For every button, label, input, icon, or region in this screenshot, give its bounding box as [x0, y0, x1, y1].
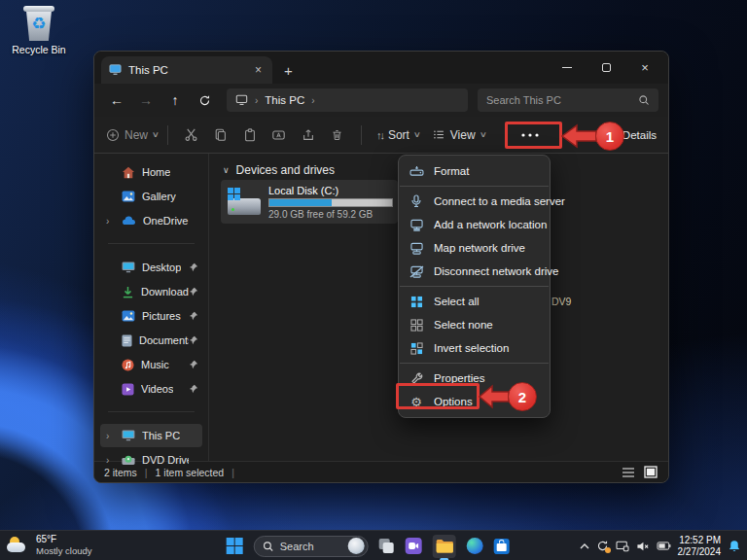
- sidebar-item-this-pc[interactable]: › This PC: [100, 424, 202, 447]
- select-none-icon: [409, 319, 424, 332]
- new-tab-button[interactable]: +: [284, 62, 293, 79]
- videos-icon: [122, 383, 134, 396]
- chevron-down-icon: ∨: [152, 130, 160, 139]
- maximize-button[interactable]: [587, 53, 625, 81]
- thumbnail-view-toggle[interactable]: [642, 465, 658, 479]
- chat-button[interactable]: [406, 538, 422, 554]
- forward-button[interactable]: →: [133, 88, 159, 112]
- sidebar-item-pictures[interactable]: Pictures: [100, 304, 202, 328]
- back-button[interactable]: ←: [104, 88, 129, 112]
- widgets-weather-button[interactable]: 65°F Mostly cloudy: [7, 534, 92, 556]
- taskbar-search-box[interactable]: Search: [254, 536, 369, 557]
- start-button[interactable]: [227, 538, 243, 554]
- pin-icon: [189, 262, 198, 272]
- menu-item-connect-media-server[interactable]: Connect to a media server: [399, 190, 550, 213]
- this-pc-icon: [122, 430, 135, 441]
- sidebar-item-onedrive[interactable]: › OneDrive - Pers: [100, 209, 202, 232]
- sidebar-item-home[interactable]: Home: [100, 160, 202, 184]
- weather-cloud-icon: [7, 537, 30, 554]
- breadcrumb-location[interactable]: This PC: [265, 94, 304, 106]
- menu-item-select-none[interactable]: Select none: [399, 313, 550, 336]
- share-button[interactable]: [294, 122, 323, 148]
- chevron-right-icon[interactable]: ›: [106, 216, 109, 227]
- home-icon: [122, 166, 135, 179]
- chevron-down-icon: ∨: [479, 130, 486, 139]
- chevron-down-icon: ∨: [413, 130, 421, 139]
- breadcrumb-chevron-icon[interactable]: ›: [311, 95, 314, 106]
- pin-icon: [189, 287, 198, 297]
- microsoft-store-button[interactable]: [494, 539, 510, 554]
- task-view-button[interactable]: [379, 539, 395, 554]
- map-network-drive-icon: [409, 242, 424, 255]
- up-button[interactable]: ↑: [162, 88, 188, 112]
- menu-item-format[interactable]: Format: [399, 159, 550, 183]
- annotation-arrow-1: [561, 123, 597, 149]
- copy-button[interactable]: [206, 122, 235, 148]
- drive-item-local-disk-c[interactable]: Local Disk (C:) 29.0 GB free of 59.2 GB: [221, 180, 398, 224]
- tab-close-icon[interactable]: ×: [252, 63, 265, 77]
- onedrive-cloud-icon: [122, 216, 136, 226]
- sidebar-item-dvd-drive[interactable]: › DVD Drive (D:) C: [100, 448, 202, 472]
- rename-button[interactable]: [265, 122, 294, 148]
- clock[interactable]: 12:52 PM 2/27/2024: [678, 535, 722, 558]
- sidebar-item-music[interactable]: Music: [100, 353, 202, 376]
- menu-item-add-network-location[interactable]: Add a network location: [399, 213, 550, 236]
- plus-circle-icon: [106, 128, 120, 142]
- refresh-button[interactable]: [192, 88, 217, 112]
- new-button[interactable]: New ∨: [106, 128, 159, 142]
- sidebar-item-videos[interactable]: Videos: [100, 377, 202, 401]
- sort-button[interactable]: ↑↓ Sort ∨: [376, 128, 420, 142]
- search-input[interactable]: Search This PC: [478, 88, 658, 112]
- close-button[interactable]: ×: [625, 53, 664, 81]
- battery-icon[interactable]: [657, 542, 671, 550]
- pin-icon: [189, 384, 198, 394]
- pin-icon: [189, 335, 198, 345]
- sidebar-item-downloads[interactable]: Downloads: [100, 280, 202, 303]
- divider: |: [231, 467, 234, 478]
- chevron-right-icon[interactable]: ›: [106, 455, 109, 466]
- collapse-chevron-icon[interactable]: ∨: [223, 165, 230, 175]
- view-button[interactable]: View ∨: [432, 128, 486, 142]
- invert-selection-icon: [409, 342, 424, 355]
- delete-button[interactable]: [323, 122, 352, 148]
- drive-name: Local Disk (C:): [268, 185, 391, 196]
- disconnect-network-drive-icon: [409, 265, 424, 278]
- annotation-step-1-badge: 1: [595, 122, 624, 151]
- update-sync-icon[interactable]: [596, 540, 609, 552]
- chevron-right-icon[interactable]: ›: [106, 431, 109, 441]
- music-icon: [122, 359, 134, 371]
- hidden-icons-chevron-icon[interactable]: [580, 543, 589, 549]
- recycle-bin-shortcut[interactable]: ♻ Recycle Bin: [8, 6, 70, 55]
- details-pane-toggle[interactable]: Details: [622, 129, 658, 141]
- volume-muted-icon[interactable]: [636, 541, 650, 552]
- menu-item-disconnect-network-drive[interactable]: Disconnect network drive: [399, 260, 550, 283]
- sort-arrows-icon: ↑↓: [376, 129, 383, 141]
- notification-bell-icon[interactable]: [728, 540, 741, 553]
- download-icon: [122, 286, 134, 298]
- sidebar-item-gallery[interactable]: Gallery: [100, 185, 202, 208]
- tab-title: This PC: [128, 64, 245, 76]
- taskbar: 65°F Mostly cloudy Search: [0, 530, 747, 560]
- menu-item-map-network-drive[interactable]: Map network drive: [399, 236, 550, 260]
- sidebar-item-desktop[interactable]: Desktop: [100, 256, 202, 279]
- format-drive-icon: [409, 165, 424, 177]
- add-network-location-icon: [409, 219, 424, 231]
- file-explorer-window: This PC × + × ← → ↑ › This PC › Search T…: [93, 51, 669, 483]
- sidebar-item-documents[interactable]: Documents: [100, 329, 202, 352]
- menu-item-invert-selection[interactable]: Invert selection: [399, 336, 550, 360]
- address-bar[interactable]: › This PC ›: [227, 88, 468, 112]
- pin-icon: [189, 311, 198, 321]
- titlebar[interactable]: This PC × + ×: [94, 52, 668, 84]
- paste-button[interactable]: [235, 122, 265, 148]
- cut-button[interactable]: [177, 122, 206, 148]
- tab-this-pc[interactable]: This PC ×: [101, 56, 272, 84]
- edge-browser-button[interactable]: [467, 538, 483, 554]
- file-explorer-taskbar-button[interactable]: [433, 535, 456, 558]
- minimize-button[interactable]: [548, 53, 587, 81]
- recycle-bin-icon: ♻: [24, 6, 53, 41]
- details-view-toggle[interactable]: [620, 465, 636, 479]
- menu-item-select-all[interactable]: Select all: [399, 290, 550, 313]
- search-placeholder: Search This PC: [486, 94, 632, 106]
- cast-display-icon[interactable]: [616, 541, 629, 552]
- navigation-bar: ← → ↑ › This PC › Search This PC: [94, 84, 668, 117]
